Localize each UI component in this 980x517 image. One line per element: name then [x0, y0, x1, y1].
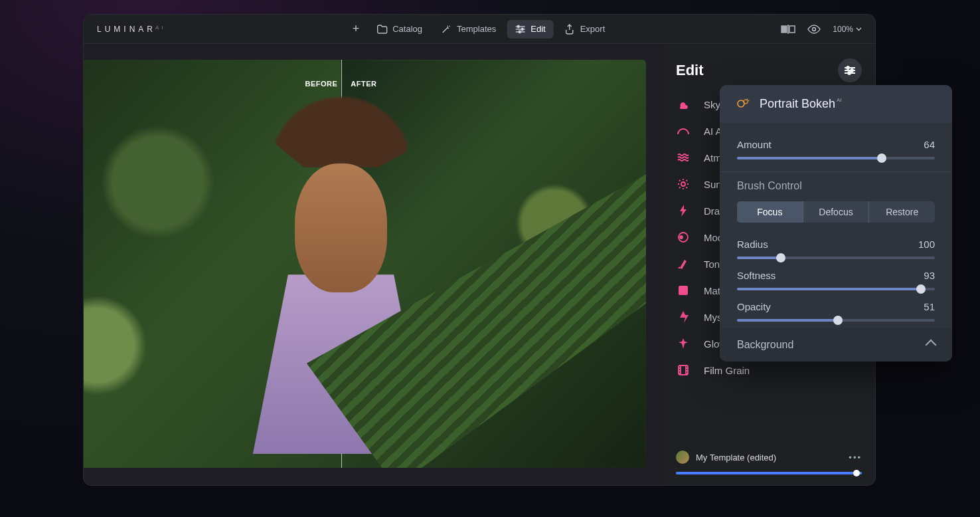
opacity-label: Opacity	[737, 301, 771, 312]
radius-slider[interactable]	[737, 257, 935, 259]
softness-row: Softness 93	[737, 263, 935, 294]
folder-icon	[376, 24, 387, 35]
brush-mode-segment: Focus Defocus Restore	[737, 201, 935, 223]
background-label: Background	[737, 339, 793, 351]
sliders-icon	[515, 24, 525, 35]
template-more-button[interactable]: •••	[849, 453, 862, 463]
svg-rect-3	[781, 26, 787, 33]
softness-label: Softness	[737, 270, 776, 281]
nav-templates-label: Templates	[457, 24, 496, 34]
svg-rect-4	[789, 26, 795, 33]
svg-point-0	[517, 25, 519, 27]
compare-icon[interactable]	[781, 24, 795, 35]
nav-export[interactable]: Export	[556, 20, 613, 39]
template-strength-slider[interactable]	[676, 472, 862, 474]
mystical-icon	[677, 311, 689, 323]
sky-icon	[677, 98, 689, 110]
zoom-dropdown[interactable]: 100%	[833, 25, 862, 34]
svg-point-9	[848, 72, 851, 74]
bokeh-panel-title: Portrait Bokeh	[760, 97, 835, 111]
template-row: My Template (edited) •••	[676, 436, 862, 464]
bokeh-panel-header[interactable]: Portrait Bokeh AI	[720, 85, 952, 123]
panel-title: Edit	[676, 62, 704, 79]
svg-rect-13	[679, 286, 688, 295]
svg-point-7	[847, 66, 849, 69]
tool-item-film[interactable]: Film Grain	[677, 364, 862, 376]
background-section-toggle[interactable]: Background	[720, 328, 952, 362]
matte-icon	[677, 284, 689, 296]
sunrays-icon	[677, 178, 689, 190]
opacity-row: Opacity 51	[737, 294, 935, 326]
nav-catalog-label: Catalog	[392, 24, 422, 34]
logo-text: LUMINAR	[97, 25, 156, 34]
segment-focus[interactable]: Focus	[737, 201, 803, 223]
nav-edit[interactable]: Edit	[507, 20, 553, 39]
chevron-up-icon	[926, 340, 937, 351]
nav-catalog[interactable]: Catalog	[368, 20, 430, 39]
radius-label: Radius	[737, 239, 768, 250]
softness-value: 93	[924, 270, 935, 281]
segment-defocus[interactable]: Defocus	[803, 201, 869, 223]
export-icon	[564, 24, 575, 35]
amount-row: Amount 64	[737, 132, 935, 163]
sparkle-icon	[441, 24, 451, 35]
toning-icon	[677, 258, 689, 270]
amount-label: Amount	[737, 139, 772, 150]
zoom-value: 100%	[833, 25, 853, 34]
svg-point-12	[680, 236, 683, 239]
opacity-value: 51	[924, 301, 935, 312]
bokeh-panel-title-sup: AI	[837, 97, 842, 103]
eye-icon[interactable]	[807, 24, 821, 35]
app-logo: LUMINAR A I	[97, 25, 163, 34]
radius-row: Radius 100	[737, 232, 935, 263]
nav-center: + Catalog Templates Edit	[346, 19, 613, 39]
add-button[interactable]: +	[346, 19, 367, 39]
softness-slider[interactable]	[737, 288, 935, 290]
portrait-bokeh-panel: Portrait Bokeh AI Amount 64 Brush Contro…	[720, 85, 952, 362]
amount-slider[interactable]	[737, 157, 935, 159]
nav-export-label: Export	[580, 24, 606, 34]
svg-point-1	[521, 28, 523, 30]
image-viewer[interactable]: BEFORE AFTER ©	[83, 60, 646, 468]
tool-label: Film Grain	[704, 365, 750, 376]
portrait-bokeh-icon	[736, 98, 750, 111]
amount-value: 64	[924, 139, 935, 150]
glow-icon	[677, 338, 689, 350]
mood-icon	[677, 231, 689, 243]
logo-superscript: A I	[155, 25, 163, 31]
top-bar: LUMINAR A I + Catalog Templates	[84, 15, 875, 44]
dramatic-icon	[677, 205, 689, 217]
svg-point-2	[519, 31, 521, 33]
panel-settings-button[interactable]	[838, 58, 862, 82]
nav-templates[interactable]: Templates	[433, 20, 504, 39]
template-thumbnail	[676, 451, 689, 464]
opacity-slider[interactable]	[737, 319, 935, 322]
nav-right: 100%	[781, 24, 862, 35]
radius-value: 100	[918, 239, 935, 250]
segment-restore[interactable]: Restore	[869, 201, 935, 223]
nav-edit-label: Edit	[531, 24, 545, 34]
template-name: My Template (edited)	[696, 453, 776, 463]
brush-control-label: Brush Control	[737, 180, 935, 192]
chevron-down-icon	[856, 27, 862, 31]
atmosphere-icon	[677, 152, 689, 163]
augment-icon	[677, 125, 689, 137]
film-icon	[677, 364, 689, 376]
svg-point-8	[851, 69, 853, 72]
svg-point-10	[681, 182, 685, 186]
svg-point-6	[813, 27, 816, 31]
